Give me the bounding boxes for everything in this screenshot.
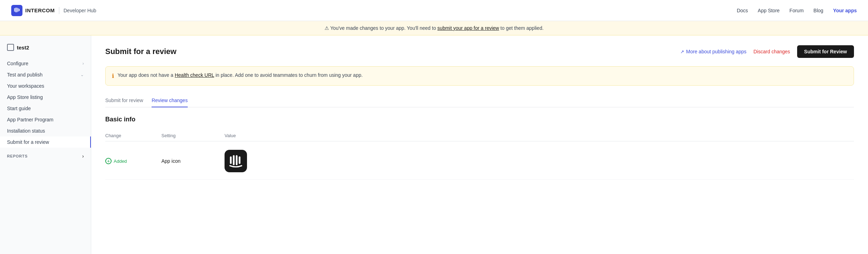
intercom-logo-icon	[13, 7, 20, 14]
app-icon-image	[225, 150, 247, 172]
sidebar-item-start-guide[interactable]: Start guide	[0, 103, 91, 114]
setting-label: App icon	[161, 158, 225, 164]
logo-icon	[11, 5, 22, 16]
column-value: Value	[225, 133, 854, 138]
app-icon-preview	[225, 150, 854, 172]
submit-review-button[interactable]: Submit for Review	[797, 45, 854, 58]
svg-rect-7	[236, 155, 238, 165]
sidebar-item-workspaces[interactable]: Your workspaces	[0, 80, 91, 92]
tab-review-changes[interactable]: Review changes	[152, 94, 188, 107]
page-title: Submit for a review	[105, 47, 176, 56]
header: INTERCOM Developer Hub Docs App Store Fo…	[0, 0, 868, 21]
sidebar-configure-label: Configure	[7, 61, 28, 66]
svg-rect-8	[239, 156, 240, 164]
banner-link[interactable]: submit your app for a review	[438, 25, 499, 31]
tab-review-label: Review changes	[152, 98, 188, 103]
header-left: INTERCOM Developer Hub	[11, 5, 96, 16]
sidebar-item-appstore-listing[interactable]: App Store listing	[0, 92, 91, 103]
header-subtitle: Developer Hub	[64, 8, 96, 13]
more-publishing-link[interactable]: ↗ More about publishing apps	[680, 49, 747, 54]
tab-submit-review[interactable]: Submit for review	[105, 94, 143, 107]
svg-rect-4	[19, 9, 20, 11]
sidebar-reports-section[interactable]: REPORTS ›	[0, 149, 91, 162]
sidebar-section: Configure › Test and publish ⌄ Your work…	[0, 56, 91, 149]
chevron-right-icon: ›	[82, 61, 84, 66]
more-link-label: More about publishing apps	[686, 49, 747, 54]
reports-label: REPORTS	[7, 154, 28, 158]
tab-submit-label: Submit for review	[105, 98, 143, 103]
banner-text-after: to get them applied.	[499, 25, 543, 31]
plus-circle-icon: +	[105, 158, 112, 164]
column-change: Change	[105, 133, 161, 138]
discard-changes-button[interactable]: Discard changes	[754, 49, 790, 54]
nav-appstore[interactable]: App Store	[758, 8, 780, 13]
svg-rect-1	[15, 7, 16, 12]
sidebar-workspaces-label: Your workspaces	[7, 83, 44, 89]
app-icon-svg	[229, 154, 243, 168]
banner-text-before: ⚠ You've made changes to your app. You'l…	[325, 25, 438, 31]
external-link-icon: ↗	[680, 49, 684, 54]
svg-rect-3	[18, 8, 19, 12]
sidebar-item-installation-status[interactable]: Installation status	[0, 125, 91, 136]
svg-rect-2	[16, 7, 17, 12]
sidebar-startguide-label: Start guide	[7, 106, 31, 111]
svg-rect-5	[230, 156, 232, 164]
warning-text-after: in place. Add one to avoid teammates to …	[214, 72, 362, 78]
sidebar-submit-label: Submit for a review	[7, 139, 49, 145]
reports-chevron-icon: ›	[82, 153, 84, 159]
svg-rect-6	[233, 155, 235, 165]
table-header: Change Setting Value	[105, 130, 854, 141]
sidebar-item-test-publish[interactable]: Test and publish ⌄	[0, 69, 91, 80]
page-header: Submit for a review ↗ More about publish…	[105, 45, 854, 58]
sidebar-app-header: test2	[0, 42, 91, 56]
sidebar-item-configure[interactable]: Configure ›	[0, 58, 91, 69]
change-badge-added: + Added	[105, 158, 161, 164]
table-row: + Added App icon	[105, 143, 854, 180]
change-label: Added	[114, 159, 127, 164]
header-nav: Docs App Store Forum Blog Your apps	[737, 8, 857, 13]
main-content: Submit for a review ↗ More about publish…	[91, 35, 868, 254]
warning-content: Your app does not have a Health check UR…	[118, 72, 363, 79]
chevron-down-icon: ⌄	[80, 72, 84, 77]
header-divider	[59, 7, 59, 14]
sidebar-item-submit-review[interactable]: Submit for a review	[0, 136, 91, 148]
svg-rect-0	[14, 8, 15, 12]
logo: INTERCOM	[11, 5, 55, 16]
app-name: test2	[17, 45, 29, 51]
sidebar-appstore-label: App Store listing	[7, 94, 43, 100]
warning-box: ℹ Your app does not have a Health check …	[105, 66, 854, 86]
brand-name: INTERCOM	[25, 7, 55, 13]
warning-icon: ℹ	[112, 72, 114, 80]
health-check-link[interactable]: Health check URL	[175, 72, 214, 78]
layout: test2 Configure › Test and publish ⌄ You…	[0, 35, 868, 254]
sidebar: test2 Configure › Test and publish ⌄ You…	[0, 35, 91, 254]
nav-forum[interactable]: Forum	[789, 8, 803, 13]
sidebar-item-partner-program[interactable]: App Partner Program	[0, 114, 91, 125]
nav-your-apps[interactable]: Your apps	[833, 8, 857, 13]
sidebar-install-label: Installation status	[7, 128, 45, 134]
nav-docs[interactable]: Docs	[737, 8, 748, 13]
nav-blog[interactable]: Blog	[814, 8, 823, 13]
column-setting: Setting	[161, 133, 225, 138]
tabs-bar: Submit for review Review changes	[105, 94, 854, 107]
page-actions: ↗ More about publishing apps Discard cha…	[680, 45, 854, 58]
top-banner: ⚠ You've made changes to your app. You'l…	[0, 21, 868, 35]
warning-text-before: Your app does not have a	[118, 72, 175, 78]
sidebar-partner-label: App Partner Program	[7, 117, 53, 122]
app-cube-icon	[7, 44, 14, 51]
sidebar-test-label: Test and publish	[7, 72, 42, 78]
section-title: Basic info	[105, 116, 854, 123]
